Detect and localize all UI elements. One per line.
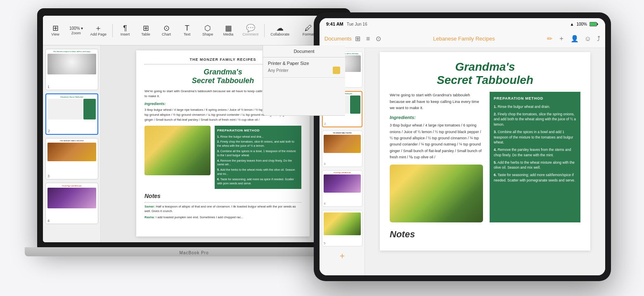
ipad-prep-step-4: 4. Remove the parsley leaves from the st… bbox=[494, 147, 576, 158]
ipad-thumb-4[interactable]: Fresh Figs with Almonds 4 bbox=[322, 170, 362, 207]
shape-button[interactable]: ⬡ Shape bbox=[199, 24, 217, 37]
ipad-thumb-3[interactable]: THE MONZER FAMILY RECIPES 3 bbox=[322, 131, 362, 167]
ipad-toolbar-right-icons: ✏ ＋ 👤 ☺ ⤴ bbox=[547, 34, 600, 43]
prep-step-2: 2. Finely chop the tomatoes, slice th on… bbox=[217, 140, 299, 148]
thumb-1-number: 1 bbox=[47, 85, 50, 89]
ipad-page-columns: We're going to start with Grandma's tabb… bbox=[390, 92, 580, 222]
thumb-2-title: Grandma's Secret Tabbouleh bbox=[48, 96, 96, 98]
battery-icon bbox=[590, 22, 599, 26]
thumb-4-image bbox=[47, 188, 96, 208]
ipad-thumb-5-content bbox=[322, 210, 362, 246]
insert-label: Insert bbox=[121, 32, 130, 36]
note-rasha: Rasha: I add toasted pumpkin see end. So… bbox=[144, 215, 301, 220]
note-samar-text: Half a teaspoon of allspic of that and o… bbox=[144, 205, 296, 213]
view-label: View bbox=[51, 32, 59, 36]
comment-label: Comment bbox=[242, 32, 258, 36]
zoom-label: Zoom bbox=[71, 31, 81, 35]
printer-label: Printer & Paper Size bbox=[268, 61, 340, 66]
sidebar-thumb-1[interactable]: Our favorite recipes to share, add to, a… bbox=[45, 49, 98, 90]
macbook-screen: ⊞ View 100% ▾ Zoom ＋ Add Page bbox=[43, 16, 345, 242]
text-button[interactable]: T Text bbox=[178, 24, 196, 37]
ipad-intro-text: We're going to start with Grandma's tabb… bbox=[390, 92, 483, 111]
note-rasha-text: I add toasted pumpkin see end. Sometimes… bbox=[156, 215, 244, 219]
ipad-collaborate-icon[interactable]: 👤 bbox=[571, 35, 579, 43]
thumb-1-image bbox=[47, 54, 96, 74]
pen-tool-icon[interactable]: ✏ bbox=[547, 35, 552, 43]
ipad-time: 9:41 AM bbox=[326, 21, 343, 26]
text-icon: T bbox=[185, 24, 189, 32]
macbook-device: ⊞ View 100% ▾ Zoom ＋ Add Page bbox=[25, 8, 363, 281]
ipad-share-icon[interactable]: ⤴ bbox=[597, 35, 600, 43]
ipad-back-button[interactable]: Documents bbox=[324, 36, 352, 42]
add-page-label: Add Page bbox=[90, 32, 107, 36]
comment-icon: 💬 bbox=[246, 24, 255, 32]
sidebar-thumb-2[interactable]: Grandma's Secret Tabbouleh 2 bbox=[45, 93, 98, 135]
macbook-logo-text: MacBook Pro bbox=[179, 251, 208, 255]
recipe-title-line1: Grandma's bbox=[204, 68, 242, 76]
ipad-thumb-2-num: 2 bbox=[324, 122, 326, 126]
thumb-4-content: Fresh Figs with Almonds bbox=[46, 183, 98, 224]
ipad-add-icon[interactable]: ＋ bbox=[558, 34, 565, 43]
thumb-3-title: THE MONZER FAMILY RECIPES bbox=[47, 140, 96, 142]
ipad-prep-step-1: 1. Rinse the bulgur wheat and drain. bbox=[494, 104, 576, 110]
macbook-toolbar: ⊞ View 100% ▾ Zoom ＋ Add Page bbox=[43, 16, 345, 45]
ipad-emoji-icon[interactable]: ☺ bbox=[585, 35, 591, 43]
thumb-2-content: Grandma's Secret Tabbouleh bbox=[46, 94, 97, 134]
ipad-thumb-4-img bbox=[324, 174, 361, 193]
ipad-main-area: Grandma's Secret Tabbouleh We're going t… bbox=[365, 48, 605, 275]
sidebar-toggle-icon[interactable]: ⊞ bbox=[355, 35, 360, 43]
thumb-1-content: Our favorite recipes to share, add to, a… bbox=[46, 49, 98, 90]
format-icon: 🖊 bbox=[305, 24, 312, 32]
recent-docs-icon[interactable]: ⊙ bbox=[376, 35, 381, 43]
zoom-button[interactable]: 100% ▾ Zoom bbox=[67, 25, 85, 36]
prep-step-1: 1. Rinse the bulgur wheat and drai... bbox=[217, 135, 299, 139]
media-label: Media bbox=[223, 32, 234, 36]
view-button[interactable]: ⊞ View bbox=[46, 24, 64, 37]
ipad-thumb-5[interactable]: 5 bbox=[322, 210, 362, 246]
zoom-arrow: ▾ bbox=[81, 26, 83, 31]
ipad-status-right: ▲ 100% bbox=[570, 22, 599, 26]
chart-button[interactable]: ⊙ Chart bbox=[157, 24, 175, 37]
note-samar-name: Samar: bbox=[144, 205, 155, 208]
zoom-value: 100% bbox=[69, 26, 80, 31]
add-page-button[interactable]: ＋ Add Page bbox=[88, 24, 109, 37]
table-icon: ⊞ bbox=[143, 24, 149, 32]
battery-value: 100% bbox=[576, 22, 587, 26]
zoom-area[interactable]: 100% ▾ bbox=[69, 26, 83, 31]
collaborate-label: Collaborate bbox=[270, 32, 289, 36]
ipad-page-left-col: We're going to start with Grandma's tabb… bbox=[390, 92, 483, 222]
toolbar-divider-2 bbox=[264, 24, 265, 37]
thumb-4-number: 4 bbox=[47, 219, 50, 223]
ipad-bezel: 9:41 AM Tue Jun 16 ▲ 100% Documents bbox=[314, 12, 611, 281]
ipad-prep-title: PREPARATION METHOD bbox=[494, 96, 576, 102]
comment-button[interactable]: 💬 Comment bbox=[240, 24, 261, 37]
toolbar-divider bbox=[112, 24, 113, 37]
insert-button[interactable]: ¶ Insert bbox=[116, 24, 134, 37]
chart-label: Chart bbox=[162, 32, 171, 36]
collaborate-button[interactable]: ☁ Collaborate bbox=[268, 24, 292, 37]
ipad-date: Tue Jun 16 bbox=[347, 22, 367, 26]
thumb-3-content: THE MONZER FAMILY RECIPES bbox=[46, 138, 98, 179]
thumb-1-title: Our favorite recipes to share, add to, a… bbox=[47, 51, 96, 53]
text-label: Text bbox=[184, 32, 191, 36]
ipad-status-bar: 9:41 AM Tue Jun 16 ▲ 100% bbox=[320, 18, 605, 30]
ipad-prep-step-3: 3. Combine all the spices in a bowl and … bbox=[494, 129, 576, 145]
sidebar-thumb-3[interactable]: THE MONZER FAMILY RECIPES 3 bbox=[45, 138, 98, 179]
notes-section: Notes Samar: Half a teaspoon of allspic … bbox=[144, 192, 301, 220]
macbook-content: Our favorite recipes to share, add to, a… bbox=[43, 45, 345, 242]
doc-panel-title: Document bbox=[263, 45, 345, 57]
ipad-lemons-photo bbox=[390, 165, 483, 222]
list-view-icon[interactable]: ≡ bbox=[366, 35, 370, 43]
lemons-photo bbox=[144, 126, 211, 175]
media-button[interactable]: ▦ Media bbox=[219, 24, 237, 37]
ipad-thumb-3-content: THE MONZER FAMILY RECIPES bbox=[322, 131, 362, 167]
ipad-thumb-3-img bbox=[324, 135, 361, 153]
table-button[interactable]: ⊞ Table bbox=[137, 24, 155, 37]
wifi-icon: ▲ bbox=[570, 22, 574, 26]
ipad-add-page-button[interactable]: ＋ bbox=[322, 250, 362, 261]
media-icon: ▦ bbox=[225, 24, 232, 32]
ipad-doc-title: Lebanese Family Recipes bbox=[384, 36, 544, 42]
ipad-toolbar-left-icons: ⊞ ≡ ⊙ bbox=[355, 35, 381, 43]
prep-method-box: PREPARATION METHOD 1. Rinse the bulgur w… bbox=[215, 126, 301, 189]
sidebar-thumb-4[interactable]: Fresh Figs with Almonds 4 bbox=[45, 183, 98, 224]
